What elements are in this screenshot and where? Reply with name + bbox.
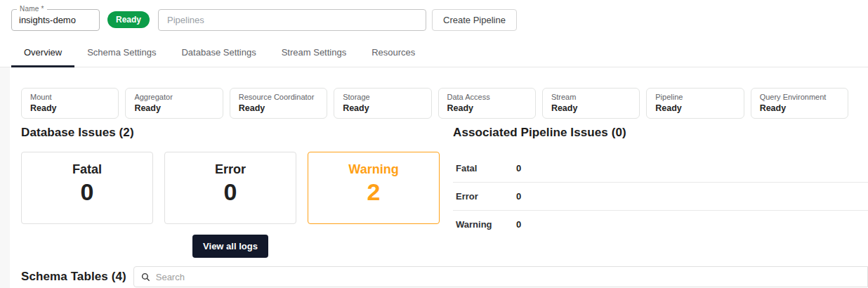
service-card-query-environment: Query Environment Ready <box>751 88 848 119</box>
issue-card-label: Warning <box>308 162 439 177</box>
status-badge: Ready <box>107 11 150 28</box>
warning-issues-card[interactable]: Warning 2 <box>308 152 440 224</box>
issue-row-count: 0 <box>516 219 521 230</box>
service-name: Stream <box>551 93 631 101</box>
top-bar: Name * Ready Create Pipeline <box>0 0 868 39</box>
service-name: Query Environment <box>760 93 839 101</box>
issue-card-count: 2 <box>308 178 439 207</box>
schema-search-box[interactable] <box>133 266 868 287</box>
issue-card-count: 0 <box>165 178 296 207</box>
tab-database-settings[interactable]: Database Settings <box>169 39 268 67</box>
left-gutter <box>0 67 10 288</box>
service-status: Ready <box>343 103 422 113</box>
service-card-data-access: Data Access Ready <box>438 88 536 119</box>
issue-row-count: 0 <box>516 191 521 202</box>
issue-card-label: Fatal <box>22 162 152 177</box>
issue-row-label: Fatal <box>456 163 516 174</box>
schema-tables-heading: Schema Tables (4) <box>21 270 126 284</box>
service-card-pipeline: Pipeline Ready <box>646 88 744 119</box>
service-card-stream: Stream Ready <box>542 88 640 119</box>
schema-tables-section: Schema Tables (4) <box>21 266 868 287</box>
pipeline-issue-row-warning: Warning 0 <box>453 210 868 238</box>
pipeline-issues-section: Associated Pipeline Issues (0) Fatal 0 E… <box>453 126 868 258</box>
tab-resources[interactable]: Resources <box>359 39 428 67</box>
issue-row-label: Warning <box>456 219 516 230</box>
service-name: Mount <box>30 93 110 101</box>
name-field-label: Name * <box>17 5 47 13</box>
service-status-row: Mount Ready Aggregator Ready Resource Co… <box>21 88 848 119</box>
create-pipeline-button[interactable]: Create Pipeline <box>432 9 517 31</box>
service-name: Data Access <box>447 93 527 101</box>
service-status: Ready <box>239 103 318 113</box>
tab-overview[interactable]: Overview <box>11 39 74 67</box>
service-status: Ready <box>655 103 735 113</box>
service-card-mount: Mount Ready <box>21 88 119 119</box>
pipeline-issue-rows: Fatal 0 Error 0 Warning 0 <box>453 154 868 238</box>
issue-card-count: 0 <box>22 178 152 207</box>
service-name: Aggregator <box>134 93 213 101</box>
issue-row-label: Error <box>456 191 516 202</box>
tab-schema-settings[interactable]: Schema Settings <box>74 39 169 67</box>
service-status: Ready <box>760 103 839 113</box>
database-issue-cards: Fatal 0 Error 0 Warning 2 <box>21 152 440 224</box>
search-icon <box>141 273 150 282</box>
issue-row-count: 0 <box>516 163 521 174</box>
database-issues-section: Database Issues (2) Fatal 0 Error 0 Warn… <box>21 126 453 258</box>
name-field[interactable]: Name * <box>11 9 100 31</box>
service-status: Ready <box>134 103 213 113</box>
database-issues-heading: Database Issues (2) <box>21 126 453 140</box>
name-input[interactable] <box>12 10 99 30</box>
service-name: Storage <box>343 93 422 101</box>
service-status: Ready <box>30 103 110 113</box>
search-input[interactable] <box>156 272 867 282</box>
service-name: Resource Coordinator <box>239 93 318 101</box>
content-panel: Mount Ready Aggregator Ready Resource Co… <box>10 67 868 288</box>
service-status: Ready <box>447 103 527 113</box>
error-issues-card[interactable]: Error 0 <box>164 152 296 224</box>
service-status: Ready <box>551 103 631 113</box>
tab-stream-settings[interactable]: Stream Settings <box>269 39 360 67</box>
fatal-issues-card[interactable]: Fatal 0 <box>21 152 153 224</box>
pipeline-issues-heading: Associated Pipeline Issues (0) <box>453 126 868 140</box>
service-name: Pipeline <box>655 93 735 101</box>
service-card-aggregator: Aggregator Ready <box>125 88 223 119</box>
page-body: Mount Ready Aggregator Ready Resource Co… <box>0 67 868 288</box>
service-card-resource-coordinator: Resource Coordinator Ready <box>230 88 327 119</box>
service-card-storage: Storage Ready <box>334 88 431 119</box>
issue-card-label: Error <box>165 162 296 177</box>
pipelines-input[interactable] <box>158 9 426 31</box>
view-all-logs-button[interactable]: View all logs <box>192 235 268 258</box>
pipeline-issue-row-fatal: Fatal 0 <box>453 154 868 182</box>
tab-bar: Overview Schema Settings Database Settin… <box>0 39 868 67</box>
pipeline-issue-row-error: Error 0 <box>453 182 868 210</box>
